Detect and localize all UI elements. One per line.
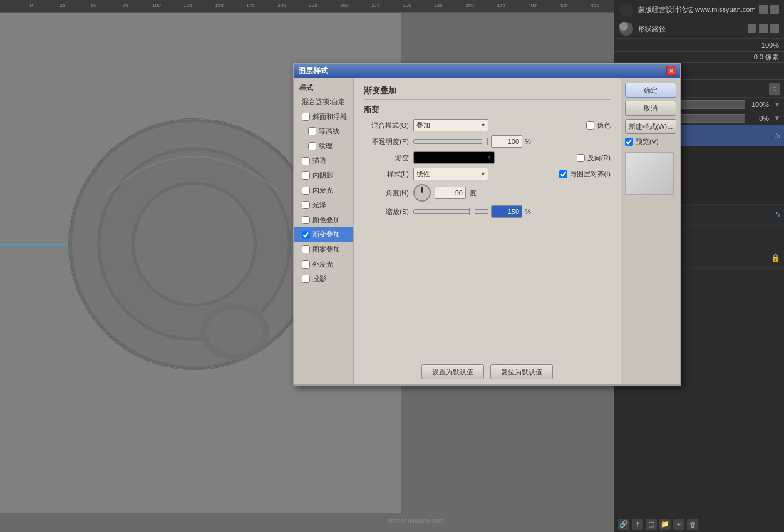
- dlg-item-satin[interactable]: 光泽: [294, 198, 353, 213]
- simulated-checkbox[interactable]: [586, 121, 594, 130]
- add-mask-icon[interactable]: ▢: [646, 519, 657, 530]
- scale-slider-thumb[interactable]: [469, 208, 475, 215]
- delete-layer-icon[interactable]: 🗑: [687, 519, 698, 530]
- ruler-top: 0 25 50 75 100 125 150 175 200 225 250 2…: [0, 0, 614, 13]
- angle-container: 度: [413, 184, 477, 202]
- right-top-text-2: 形状路径: [638, 24, 748, 34]
- dlg-check-color-overlay[interactable]: [302, 216, 310, 224]
- fill-arrow[interactable]: ▼: [774, 115, 780, 121]
- layer-lock-icon: 🔒: [771, 253, 780, 262]
- gradient-preview-wrapper: ▼: [413, 151, 495, 164]
- gradient-preview[interactable]: [413, 151, 495, 164]
- dlg-item-drop-shadow[interactable]: 投影: [294, 272, 353, 287]
- dlg-check-bevel[interactable]: [302, 113, 310, 121]
- right-top-item-1: 蒙版经营设计论坛 www.missyuan.com: [614, 0, 784, 19]
- dlg-check-drop-shadow[interactable]: [302, 275, 310, 283]
- link-layers-icon[interactable]: 🔗: [618, 519, 629, 530]
- preview-checkbox-wrapper: 预览(V): [625, 137, 676, 146]
- svg-point-6: [135, 185, 254, 304]
- add-group-icon[interactable]: 📁: [659, 519, 671, 530]
- dlg-item-contour[interactable]: 等高线: [294, 124, 353, 139]
- dlg-check-inner-shadow[interactable]: [302, 171, 310, 180]
- dialog-section-title: 渐变叠加: [364, 85, 611, 100]
- opacity-form-label: 不透明度(P):: [364, 137, 411, 146]
- dialog-title: 图层样式: [298, 66, 328, 76]
- dlg-item-inner-glow[interactable]: 内发光: [294, 183, 353, 198]
- right-top-section: 蒙版经营设计论坛 www.missyuan.com 形状路径 100% 0.0 …: [614, 0, 784, 63]
- svg-point-8: [207, 310, 263, 354]
- opacity-input[interactable]: [491, 135, 522, 148]
- style-select[interactable]: 线性径向角度对称菱形: [413, 168, 488, 180]
- reset-default-button[interactable]: 复位为默认值: [490, 364, 553, 379]
- dlg-item-inner-shadow[interactable]: 内阴影: [294, 168, 353, 183]
- dlg-item-stroke[interactable]: 描边: [294, 153, 353, 168]
- blend-mode-icon[interactable]: □: [769, 83, 780, 95]
- dlg-check-stroke[interactable]: [302, 157, 310, 165]
- dlg-item-bevel[interactable]: 斜面和浮雕: [294, 110, 353, 125]
- blend-mode-label: 混合模式(O):: [364, 121, 411, 130]
- opacity-slider-track[interactable]: [413, 139, 488, 144]
- resize-icon-1[interactable]: [748, 24, 756, 33]
- scale-slider-track[interactable]: [413, 209, 488, 214]
- right-top-text-1: 蒙版经营设计论坛 www.missyuan.com: [638, 5, 759, 14]
- opacity-arrow[interactable]: ▼: [774, 101, 780, 108]
- reverse-checkbox[interactable]: [577, 154, 585, 162]
- close-icon-right-1[interactable]: [770, 5, 779, 14]
- dialog-right-area: 渐变叠加 渐变 混合模式(O): 正常溶解变暗正片叠底颜色加深线性加深深色变亮滤…: [354, 78, 621, 384]
- dlg-check-pattern-overlay[interactable]: [302, 245, 310, 253]
- add-style-icon[interactable]: f: [632, 519, 643, 530]
- dlg-item-gradient-overlay[interactable]: 渐变叠加: [294, 227, 353, 242]
- dlg-check-contour[interactable]: [308, 127, 316, 135]
- dlg-item-blend-options[interactable]: 混合选项:自定: [294, 95, 353, 110]
- add-layer-icon[interactable]: +: [673, 519, 684, 530]
- dlg-item-outer-glow[interactable]: 外发光: [294, 257, 353, 272]
- align-label: 与图层对齐(I): [570, 170, 611, 179]
- dlg-item-color-overlay[interactable]: 颜色叠加: [294, 213, 353, 228]
- scale-input[interactable]: [491, 205, 522, 218]
- align-checkbox-wrapper: 与图层对齐(I): [559, 170, 611, 179]
- dialog-close-button[interactable]: ×: [666, 66, 676, 76]
- dlg-check-gradient-overlay[interactable]: [302, 231, 310, 239]
- layer-fx-ellipse1[interactable]: fx: [775, 212, 780, 218]
- dialog-subsection-title: 渐变: [364, 105, 611, 115]
- dialog-buttons-panel: 确定 取消 新建样式(W)... 预览(V): [621, 78, 680, 384]
- reverse-checkbox-wrapper: 反向(R): [577, 153, 611, 163]
- dialog-action-buttons: 设置为默认值 复位为默认值: [354, 359, 621, 384]
- scale-slider-container: [413, 209, 488, 214]
- dialog-left-menu: 样式 混合选项:自定 斜面和浮雕 等高线 纹理 描: [294, 78, 354, 384]
- pixel-row: 0.0 像素: [614, 52, 784, 62]
- dlg-item-texture[interactable]: 纹理: [294, 139, 353, 154]
- dlg-section-styles: 样式: [294, 81, 353, 95]
- angle-input[interactable]: [435, 187, 466, 199]
- maximize-icon[interactable]: [759, 5, 768, 14]
- align-checkbox[interactable]: [559, 170, 567, 178]
- angle-dial[interactable]: [413, 184, 431, 202]
- blend-mode-select[interactable]: 正常溶解变暗正片叠底颜色加深线性加深深色变亮滤色颜色减淡线性减淡浅色叠加柔光强光…: [413, 119, 488, 131]
- dlg-check-texture[interactable]: [308, 142, 316, 150]
- gradient-form-row: 渐变: ▼ 反向(R): [364, 151, 611, 164]
- watermark: post of uimaker.com: [388, 518, 443, 524]
- layer-style-dialog[interactable]: 图层样式 × 样式 混合选项:自定 斜面和浮雕 等高线: [293, 63, 681, 386]
- cancel-button[interactable]: 取消: [625, 101, 676, 116]
- resize-icon-3[interactable]: [770, 24, 779, 33]
- pixel-display: 0.0 像素: [754, 53, 779, 62]
- gradient-label: 渐变:: [364, 153, 411, 163]
- reverse-label: 反向(R): [587, 153, 611, 163]
- dialog-body: 样式 混合选项:自定 斜面和浮雕 等高线 纹理 描: [294, 78, 680, 384]
- dlg-check-inner-glow[interactable]: [302, 187, 310, 195]
- opacity-unit: %: [525, 138, 531, 145]
- dlg-check-outer-glow[interactable]: [302, 260, 310, 269]
- dlg-item-pattern-overlay[interactable]: 图案叠加: [294, 242, 353, 257]
- layer-fx-ellipse2[interactable]: fx: [775, 132, 780, 139]
- preview-checkbox[interactable]: [625, 138, 633, 146]
- scale-unit: %: [525, 208, 531, 215]
- resize-icon-2[interactable]: [759, 24, 768, 33]
- dlg-check-satin[interactable]: [302, 201, 310, 209]
- set-default-button[interactable]: 设置为默认值: [421, 364, 484, 379]
- ok-button[interactable]: 确定: [625, 83, 676, 98]
- simulated-checkbox-wrapper: 伪色: [586, 121, 611, 130]
- new-style-button[interactable]: 新建样式(W)...: [625, 119, 676, 134]
- dialog-titlebar[interactable]: 图层样式 ×: [294, 64, 680, 78]
- opacity-slider-thumb[interactable]: [482, 138, 488, 145]
- right-top-info-row: 100%: [614, 39, 784, 52]
